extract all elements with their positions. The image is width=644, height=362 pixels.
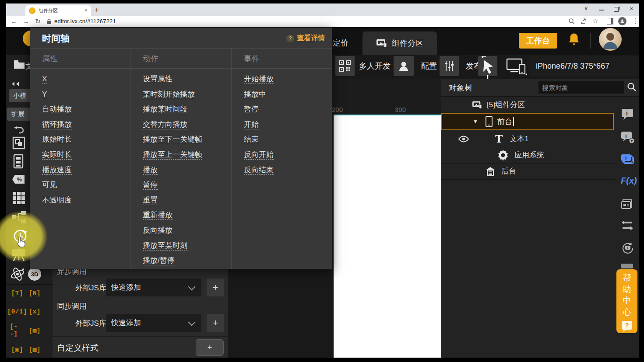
prop-item[interactable]: 不透明度 [30, 193, 130, 208]
tree-row-text1[interactable]: T 文本1 [441, 131, 615, 147]
tree-label: 后台 [501, 166, 516, 176]
action-item[interactable]: 播放 [130, 163, 231, 178]
tree-row-frontend[interactable]: ▼ 前台 [441, 113, 614, 130]
type-object-icon[interactable]: [▣] [10, 343, 25, 356]
tree-row-app-system[interactable]: 应用系统 [441, 147, 615, 164]
action-item[interactable]: 播放至上一关键帧 [130, 147, 231, 163]
prop-item[interactable]: Y [30, 87, 130, 102]
type-variable-icon[interactable]: [x] [27, 305, 42, 318]
type-object-array-icon[interactable]: [▩] [27, 343, 42, 356]
bookmark-star-icon[interactable]: ☆ [593, 17, 598, 24]
view-details-link[interactable]: 查看详情 [297, 34, 325, 43]
qr-code-button[interactable] [335, 56, 355, 76]
prop-item[interactable]: 实际时长 [30, 147, 130, 163]
event-item[interactable]: 开始 [232, 117, 332, 132]
prop-item[interactable]: 循环播放 [30, 117, 130, 132]
type-array-icon[interactable]: [--] [10, 324, 25, 337]
tab-component-partition[interactable]: 组件分区 [362, 31, 437, 55]
share-icon[interactable] [581, 18, 588, 25]
browser-tab[interactable]: 组件分区 × [25, 5, 91, 16]
case-settings-icon[interactable]: i [621, 130, 635, 144]
window-minimize-icon[interactable] [599, 10, 604, 10]
event-item[interactable]: 暂停 [232, 102, 332, 117]
list-panel-icon[interactable] [13, 154, 24, 169]
external-js-dropdown-2[interactable]: 快速添加 [106, 314, 201, 332]
back-icon[interactable]: ← [11, 17, 17, 25]
window-close-icon[interactable]: × [630, 5, 633, 12]
expander-icon[interactable]: ▼ [473, 118, 478, 125]
user-avatar[interactable] [599, 28, 622, 51]
window-restore-icon[interactable] [614, 7, 619, 12]
action-item[interactable]: 交替方向播放 [130, 117, 231, 132]
config-button[interactable] [440, 56, 459, 76]
new-tab-button[interactable]: + [95, 6, 99, 14]
side-panel-icon[interactable] [607, 18, 613, 24]
refresh-info-icon[interactable]: i [621, 241, 635, 255]
window-dropdown-icon[interactable]: ∨ [584, 5, 588, 11]
collapse-icon[interactable] [11, 81, 20, 87]
tab-close-icon[interactable]: × [84, 7, 88, 14]
folder-icon[interactable] [13, 59, 25, 70]
action-item[interactable]: 设置属性 [130, 72, 231, 87]
fx-expression-icon[interactable]: F(x) [621, 176, 637, 186]
browser-profile-avatar[interactable] [618, 17, 626, 25]
reload-icon[interactable]: ↻ [35, 17, 41, 25]
action-item[interactable]: 暂停 [130, 178, 231, 193]
swap-arrows-icon[interactable] [621, 220, 634, 231]
external-js-dropdown[interactable]: 快速添加 [106, 278, 201, 296]
prop-item[interactable]: 自动播放 [30, 102, 130, 117]
dialog-help[interactable]: ? 查看详情 [286, 34, 325, 43]
search-input[interactable] [538, 81, 624, 94]
add-custom-style-button[interactable]: + [196, 339, 224, 356]
add-sync-js-button[interactable]: + [207, 314, 224, 332]
event-item[interactable]: 反向开始 [232, 147, 332, 163]
workbench-button[interactable]: 工作台 [519, 33, 557, 49]
help-center-button[interactable]: 帮 助 中 心 ? [616, 269, 637, 333]
badge-3d[interactable]: 3D [28, 268, 41, 281]
device-selector[interactable]: iPhone6/7/8 375*667 [530, 56, 639, 76]
search-icon[interactable] [627, 82, 637, 92]
case-info-icon[interactable]: i [621, 108, 634, 121]
hidden-tool-icon[interactable] [621, 264, 633, 268]
event-item[interactable]: 反向结束 [232, 163, 332, 178]
zoom-icon[interactable] [568, 18, 575, 25]
design-canvas[interactable] [334, 115, 441, 358]
event-item[interactable]: 结束 [232, 132, 332, 147]
action-item[interactable]: 播放至下一关键帧 [130, 132, 231, 147]
eye-icon[interactable] [458, 136, 469, 143]
action-item[interactable]: 重新播放 [130, 208, 231, 223]
case-stack-icon[interactable]: i [621, 153, 635, 167]
add-async-js-button[interactable]: + [207, 278, 224, 296]
publish-button[interactable] [478, 56, 497, 76]
action-item[interactable]: 播放某时间段 [130, 102, 231, 117]
url-text[interactable]: editor.ivx.cn/#11267221 [54, 18, 116, 24]
forward-icon[interactable]: → [23, 17, 29, 25]
undo-hook-icon[interactable] [13, 126, 25, 134]
browser-menu-icon[interactable]: ⋮ [632, 17, 639, 25]
device-preview-icon[interactable] [506, 57, 527, 76]
tree-row-app[interactable]: [5]组件分区 [441, 97, 615, 113]
prop-item[interactable]: 可见 [30, 178, 130, 193]
type-table-icon[interactable]: [▦] [27, 324, 42, 337]
card-loop-icon[interactable] [621, 198, 634, 212]
action-item[interactable]: 某时刻开始播放 [130, 87, 231, 102]
multi-dev-button[interactable] [394, 56, 414, 76]
type-number-icon[interactable]: [N] [27, 287, 42, 300]
action-item[interactable]: 反向播放 [130, 223, 231, 238]
atom-3d-icon[interactable] [10, 267, 25, 282]
table-grid-icon[interactable] [12, 191, 25, 205]
action-item[interactable]: 重置 [130, 193, 231, 208]
bell-icon[interactable] [567, 32, 581, 47]
layers-icon[interactable] [12, 136, 25, 150]
event-item[interactable]: 开始播放 [232, 72, 332, 87]
prop-item[interactable]: 播放速度 [30, 163, 130, 178]
prop-item[interactable]: X [30, 72, 130, 87]
prop-item[interactable]: 原始时长 [30, 132, 130, 147]
tree-row-backend[interactable]: 后台 [441, 163, 615, 180]
type-boolean-icon[interactable]: [0/1] [10, 305, 25, 318]
event-item[interactable]: 播放中 [232, 87, 332, 102]
action-item[interactable]: 播放至某时刻 [130, 238, 231, 254]
type-text-icon[interactable]: [T] [10, 287, 25, 300]
action-item[interactable]: 播放/暂停 [130, 253, 231, 268]
percent-tag-icon[interactable]: % [11, 173, 26, 185]
